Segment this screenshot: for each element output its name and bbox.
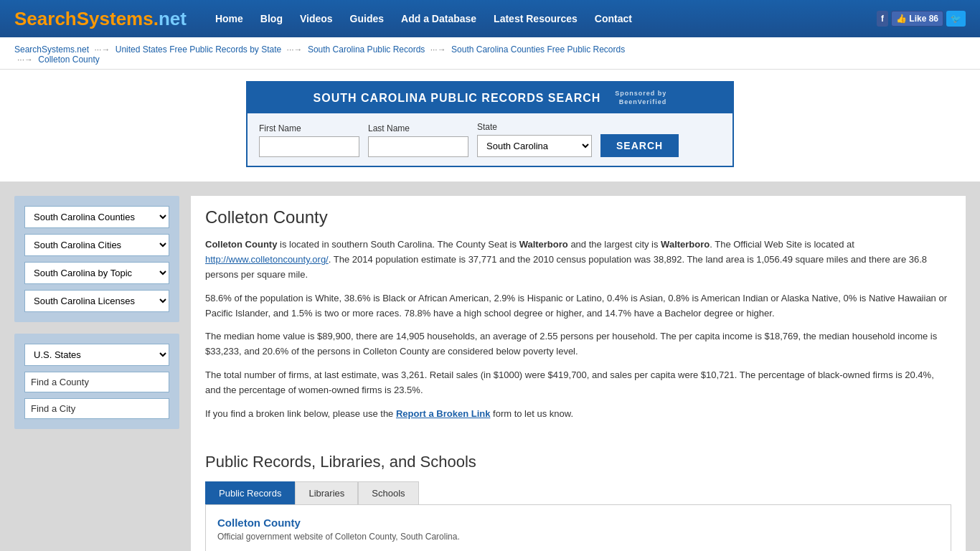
logo-net: net — [159, 8, 187, 29]
county-desc-1: Colleton County is located in southern S… — [205, 237, 951, 282]
logo: SearchSystems.net — [14, 8, 187, 30]
county-content: Colleton County Colleton County is locat… — [191, 196, 966, 441]
search-section: SOUTH CAROLINA PUBLIC RECORDS SEARCH Spo… — [0, 70, 980, 182]
sc-by-topic-select[interactable]: South Carolina by Topic — [24, 262, 169, 284]
tab-schools[interactable]: Schools — [358, 481, 418, 504]
record-item-title: Colleton County — [217, 517, 939, 529]
county-seat-bold: Walterboro — [519, 239, 568, 250]
record-item-desc: Official government website of Colleton … — [217, 532, 939, 542]
last-name-input[interactable] — [368, 136, 468, 157]
main-content: Colleton County Colleton County is locat… — [191, 196, 966, 551]
tab-public-records[interactable]: Public Records — [205, 481, 295, 504]
report-broken-link[interactable]: Report a Broken Link — [396, 408, 490, 419]
header: SearchSystems.net Home Blog Videos Guide… — [0, 0, 980, 37]
county-desc-3: The median home value is $89,900, there … — [205, 329, 951, 359]
facebook-like-button[interactable]: 👍 Like 86 — [891, 11, 943, 27]
county-name-bold: Colleton County — [205, 239, 277, 250]
sc-licenses-select[interactable]: South Carolina Licenses — [24, 290, 169, 312]
search-title-text: SOUTH CAROLINA PUBLIC RECORDS SEARCH — [314, 92, 601, 105]
find-city-link[interactable]: Find a City — [24, 398, 169, 419]
breadcrumb-states[interactable]: United States Free Public Records by Sta… — [116, 44, 281, 55]
last-name-label: Last Name — [368, 123, 468, 133]
sidebar-us-section: U.S. States Find a County Find a City — [14, 334, 179, 429]
facebook-icon[interactable]: f — [877, 11, 888, 27]
state-label: State — [477, 122, 592, 132]
state-select[interactable]: South Carolina Alabama Alaska Arizona Ar… — [477, 135, 592, 157]
search-fields: First Name Last Name State South Carolin… — [248, 113, 732, 166]
nav-guides[interactable]: Guides — [350, 13, 384, 24]
nav-add-database[interactable]: Add a Database — [401, 13, 476, 24]
social-buttons: f 👍 Like 86 🐦 — [877, 11, 966, 27]
breadcrumb-arrow: ···→ — [430, 44, 446, 55]
logo-dot: . — [154, 8, 159, 29]
sidebar-sc-section: South Carolina Counties South Carolina C… — [14, 196, 179, 322]
search-button[interactable]: SEARCH — [600, 134, 679, 157]
county-desc-2: 58.6% of the population is White, 38.6% … — [205, 291, 951, 321]
largest-city-bold: Walterboro — [661, 239, 710, 250]
nav-blog[interactable]: Blog — [260, 13, 283, 24]
tabs-section: Public Records, Libraries, and Schools P… — [191, 441, 966, 551]
breadcrumb: SearchSystems.net ···→ United States Fre… — [0, 37, 980, 70]
last-name-field: Last Name — [368, 123, 468, 157]
content-area: South Carolina Counties South Carolina C… — [0, 182, 980, 551]
us-states-select[interactable]: U.S. States — [24, 344, 169, 366]
breadcrumb-home[interactable]: SearchSystems.net — [14, 44, 89, 55]
county-desc-4: The total number of firms, at last estim… — [205, 368, 951, 398]
breadcrumb-arrow: ···→ — [17, 55, 33, 65]
broken-link-notice: If you find a broken link below, please … — [205, 407, 951, 422]
main-nav: Home Blog Videos Guides Add a Database L… — [215, 13, 877, 24]
first-name-field: First Name — [259, 123, 359, 157]
breadcrumb-colleton[interactable]: Colleton County — [38, 55, 99, 65]
twitter-button[interactable]: 🐦 — [946, 11, 966, 27]
breadcrumb-sc-counties[interactable]: South Carolina Counties Free Public Reco… — [451, 44, 625, 55]
logo-text: SearchSystems — [14, 8, 154, 29]
find-county-link[interactable]: Find a County — [24, 372, 169, 392]
breadcrumb-arrow: ···→ — [287, 44, 303, 55]
tab-content: Colleton County Official government webs… — [205, 504, 951, 551]
nav-home[interactable]: Home — [215, 13, 243, 24]
search-title: SOUTH CAROLINA PUBLIC RECORDS SEARCH Spo… — [248, 83, 732, 113]
section-title: Public Records, Libraries, and Schools — [205, 453, 951, 471]
sidebar: South Carolina Counties South Carolina C… — [14, 196, 179, 551]
first-name-input[interactable] — [259, 136, 359, 157]
first-name-label: First Name — [259, 123, 359, 133]
county-title: Colleton County — [205, 207, 951, 227]
tab-libraries[interactable]: Libraries — [295, 481, 358, 504]
state-field: State South Carolina Alabama Alaska Ariz… — [477, 122, 592, 157]
tab-bar: Public Records Libraries Schools — [205, 481, 951, 504]
nav-latest-resources[interactable]: Latest Resources — [494, 13, 578, 24]
sc-cities-select[interactable]: South Carolina Cities — [24, 234, 169, 256]
nav-videos[interactable]: Videos — [300, 13, 333, 24]
breadcrumb-arrow: ···→ — [94, 44, 110, 55]
nav-contact[interactable]: Contact — [595, 13, 632, 24]
search-box: SOUTH CAROLINA PUBLIC RECORDS SEARCH Spo… — [246, 81, 734, 167]
official-website-link[interactable]: http://www.colletoncounty.org/ — [205, 254, 329, 265]
sc-counties-select[interactable]: South Carolina Counties — [24, 206, 169, 228]
breadcrumb-sc[interactable]: South Carolina Public Records — [308, 44, 425, 55]
sponsored-label: Sponsored by BeenVerified — [615, 90, 666, 106]
